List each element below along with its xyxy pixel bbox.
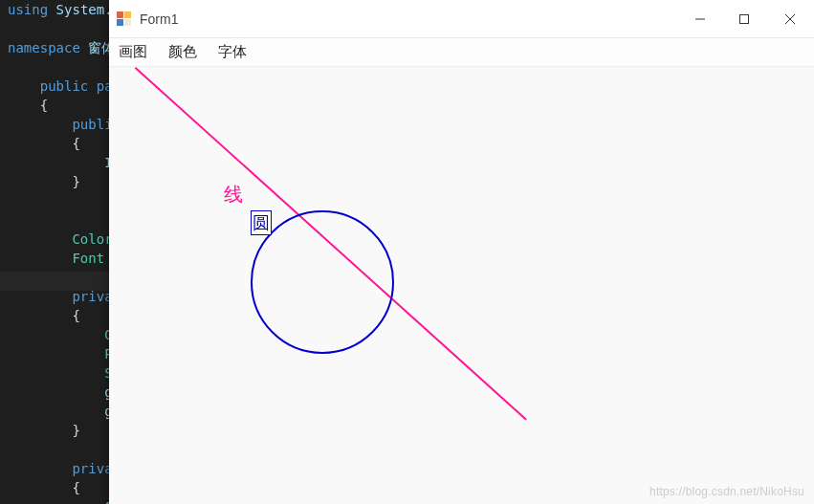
window-title: Form1	[140, 11, 678, 27]
svg-rect-0	[117, 11, 123, 18]
watermark: https://blog.csdn.net/NikoHsu	[649, 485, 804, 498]
svg-rect-3	[124, 19, 131, 26]
menubar: 画图 颜色 字体	[109, 38, 814, 67]
form-window: Form1 画图 颜色 字体 线 圆	[109, 0, 814, 504]
maximize-button[interactable]	[722, 0, 766, 38]
svg-rect-2	[117, 19, 123, 26]
svg-rect-1	[124, 11, 131, 18]
svg-rect-5	[740, 14, 749, 23]
menu-draw[interactable]: 画图	[119, 43, 147, 61]
drawing-canvas[interactable]: 线 圆	[109, 67, 814, 504]
titlebar[interactable]: Form1	[109, 0, 814, 38]
minimize-button[interactable]	[678, 0, 722, 38]
label-line: 线	[224, 182, 243, 208]
app-icon	[117, 11, 132, 27]
close-button[interactable]	[766, 0, 814, 38]
drawn-circle	[251, 210, 394, 354]
menu-color[interactable]: 颜色	[168, 43, 197, 61]
label-circle: 圆	[251, 210, 272, 235]
menu-font[interactable]: 字体	[218, 43, 247, 61]
